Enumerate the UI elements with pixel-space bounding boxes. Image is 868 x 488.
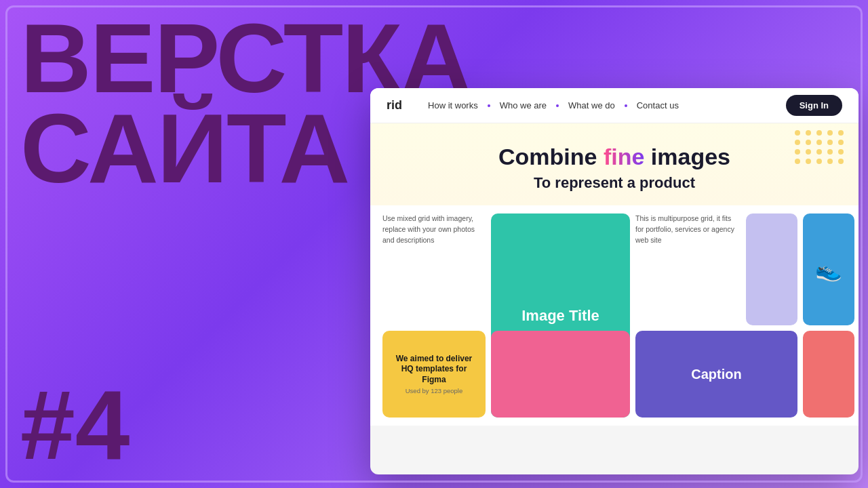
content-grid: Use mixed grid with imagery, replace wit…: [370, 205, 859, 426]
nav-dot-2: [556, 104, 559, 107]
episode-number: #4: [20, 376, 407, 488]
yellow-card-sub: Used by 123 people: [406, 387, 463, 394]
grid-yellow-card: We aimed to deliver HQ templates for Fig…: [382, 331, 486, 418]
image-title-label: Image Title: [521, 307, 599, 325]
caption-label: Caption: [691, 367, 741, 382]
yellow-card-title: We aimed to deliver HQ templates for Fig…: [389, 354, 479, 386]
nav-link-what[interactable]: What we do: [563, 98, 620, 113]
hero-highlight: fine: [604, 144, 644, 169]
nav-logo: rid: [387, 98, 402, 113]
hero-title: Combine fine images: [391, 144, 838, 170]
nav-dot-3: [625, 104, 627, 107]
hero-section: Combine fine images To represent a produ…: [370, 123, 859, 205]
left-panel: ВЕРСТКА САЙТА #4: [20, 14, 407, 488]
nav-link-how[interactable]: How it works: [422, 98, 484, 113]
grid-pink-card: [491, 331, 630, 418]
signin-button[interactable]: Sign In: [786, 95, 842, 116]
grid-salmon-card: [803, 331, 854, 418]
nav-link-contact[interactable]: Contact us: [631, 98, 684, 113]
grid-desc-left: Use mixed grid with imagery, replace wit…: [382, 214, 486, 325]
grid-purple-caption-card: Caption: [635, 331, 797, 418]
navbar: rid How it works Who we are What we do C…: [370, 88, 859, 123]
website-preview: rid How it works Who we are What we do C…: [370, 88, 859, 474]
hero-subtitle: To represent a product: [391, 174, 838, 192]
hero-inner: Combine fine images To represent a produ…: [391, 144, 838, 192]
main-title: ВЕРСТКА САЙТА: [20, 14, 407, 195]
nav-dot-1: [488, 104, 490, 107]
nav-link-who[interactable]: Who we are: [494, 98, 552, 113]
shoe-emoji: 👟: [815, 257, 842, 283]
grid-shoe-left: [746, 214, 797, 325]
nav-links: How it works Who we are What we do Conta…: [422, 98, 772, 113]
grid-desc-right: This is multipurpose grid, it fits for p…: [635, 214, 741, 325]
grid-shoe-right: 👟: [803, 214, 854, 325]
